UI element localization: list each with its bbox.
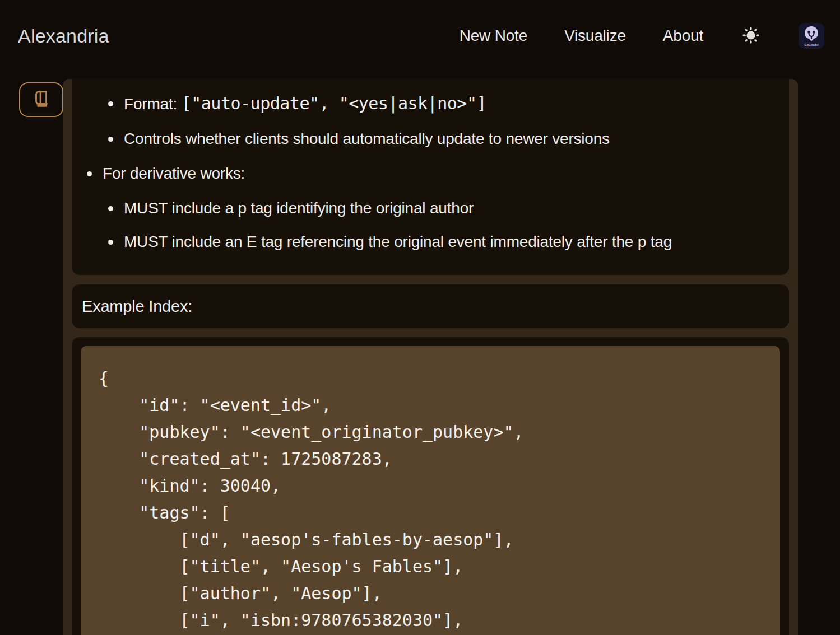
nav-visualize[interactable]: Visualize	[564, 27, 626, 45]
bullet-icon	[108, 137, 113, 142]
list-item: MUST include an E tag referencing the or…	[72, 231, 789, 253]
spec-list-card: Format: ["auto-update", "<yes|ask|no>"] …	[72, 79, 789, 275]
inline-code: ["auto-update", "<yes|ask|no>"]	[182, 94, 486, 113]
list-item: For derivative works:	[72, 163, 789, 184]
bullet-icon	[108, 101, 113, 106]
bullet-icon	[108, 240, 113, 245]
svg-text:GitCitadel: GitCitadel	[804, 43, 819, 46]
nav-about[interactable]: About	[663, 27, 703, 45]
nav-new-note[interactable]: New Note	[460, 27, 527, 45]
gitcitadel-logo[interactable]: GitCitadel	[799, 23, 824, 49]
list-item-text: Controls whether clients should automati…	[124, 128, 610, 150]
theme-toggle-button[interactable]	[740, 25, 762, 46]
sun-icon	[741, 25, 761, 47]
list-item-text: For derivative works:	[103, 163, 245, 184]
bullet-icon	[108, 206, 113, 211]
list-item-text: Format: ["auto-update", "<yes|ask|no>"]	[124, 93, 486, 115]
code-card: { "id": "<event_id>", "pubkey": "<event_…	[72, 337, 789, 635]
list-item-text: MUST include an E tag referencing the or…	[124, 231, 672, 253]
example-index-card: Example Index:	[72, 284, 789, 328]
document-scroll-area[interactable]: Format: ["auto-update", "<yes|ask|no>"] …	[63, 79, 798, 635]
list-item: MUST include a p tag identifying the ori…	[72, 198, 789, 219]
list-item: Format: ["auto-update", "<yes|ask|no>"]	[72, 93, 789, 115]
book-icon	[31, 88, 52, 111]
example-index-heading: Example Index:	[82, 297, 192, 316]
bullet-icon	[87, 171, 92, 176]
sidebar-toggle-button[interactable]	[19, 82, 63, 117]
header-nav: New Note Visualize About	[460, 23, 824, 49]
list-item: Controls whether clients should automati…	[72, 128, 789, 150]
app-header: Alexandria New Note Visualize About	[0, 0, 840, 72]
json-code-block: { "id": "<event_id>", "pubkey": "<event_…	[81, 346, 780, 635]
brand-title[interactable]: Alexandria	[18, 25, 109, 47]
list-item-text: MUST include a p tag identifying the ori…	[124, 198, 474, 219]
